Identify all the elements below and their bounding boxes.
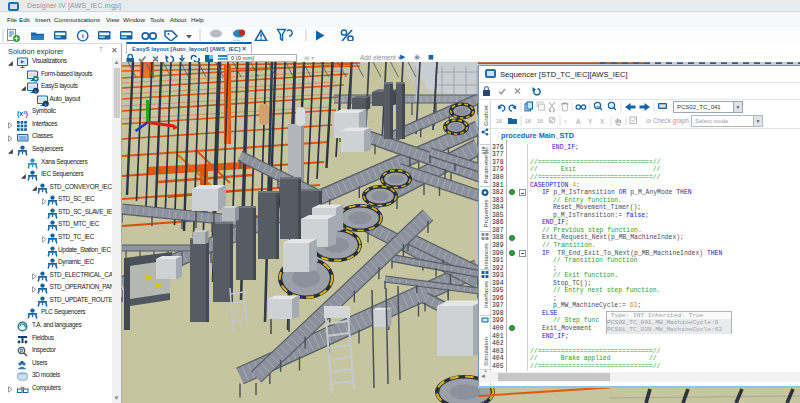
svg-text:Y: Y xyxy=(588,118,593,125)
svg-text:X: X xyxy=(600,118,605,125)
svg-text:(x²): (x²) xyxy=(17,110,28,118)
svg-text:16: 16 xyxy=(537,118,543,124)
svg-text:16: 16 xyxy=(525,118,531,124)
svg-text:A: A xyxy=(576,118,581,125)
svg-text:16: 16 xyxy=(496,118,502,124)
svg-text:-: - xyxy=(611,103,613,109)
svg-text:↑: ↑ xyxy=(564,118,567,125)
svg-text:+: + xyxy=(596,103,600,109)
svg-text:i: i xyxy=(82,32,84,40)
